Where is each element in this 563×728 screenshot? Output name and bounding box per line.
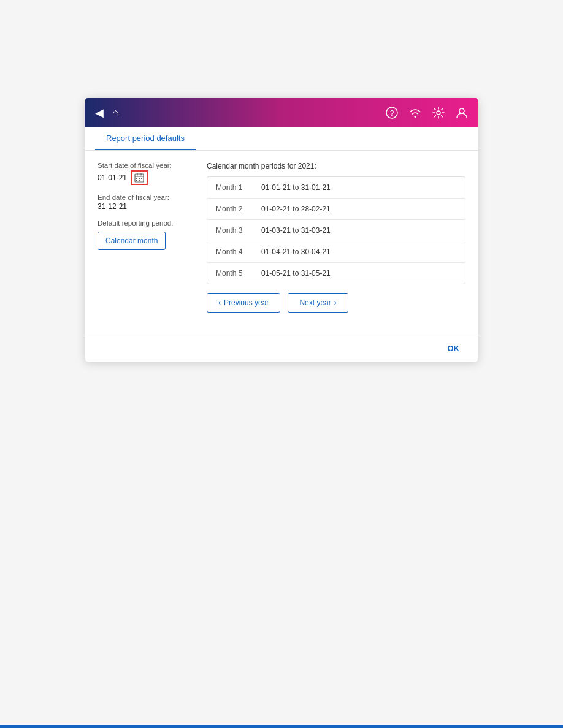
month-range: 01-02-21 to 28-02-21 (261, 205, 331, 213)
table-row: Month 501-05-21 to 31-05-21 (207, 263, 465, 284)
chevron-left-icon: ‹ (218, 298, 221, 307)
svg-point-3 (459, 108, 464, 113)
table-row: Month 101-01-21 to 31-01-21 (207, 177, 465, 199)
svg-rect-10 (141, 178, 142, 179)
tab-report-period[interactable]: Report period defaults (95, 127, 196, 150)
settings-icon[interactable] (432, 107, 445, 119)
svg-rect-8 (136, 178, 137, 179)
help-icon[interactable]: ? (386, 107, 398, 119)
next-year-label: Next year (299, 298, 331, 307)
month-range: 01-01-21 to 31-01-21 (261, 183, 331, 192)
table-row: Month 401-04-21 to 30-04-21 (207, 241, 465, 263)
wifi-icon[interactable] (409, 108, 421, 118)
nav-buttons: ‹ Previous year Next year › (207, 293, 465, 313)
table-row: Month 201-02-21 to 28-02-21 (207, 199, 465, 220)
content-area: Start date of fiscal year: 01-01-21 (85, 151, 478, 335)
right-panel: Calendar month periods for 2021: Month 1… (207, 162, 465, 324)
svg-rect-9 (139, 178, 140, 179)
dialog: ◀ ⌂ ? (85, 98, 478, 362)
month-name: Month 5 (216, 269, 253, 278)
months-table: Month 101-01-21 to 31-01-21Month 201-02-… (207, 176, 465, 284)
previous-year-button[interactable]: ‹ Previous year (207, 293, 280, 313)
month-name: Month 4 (216, 248, 253, 256)
svg-text:?: ? (390, 109, 394, 118)
end-date-value: 31-12-21 (98, 202, 196, 211)
previous-year-label: Previous year (224, 298, 269, 307)
start-date-text: 01-01-21 (98, 173, 127, 182)
ok-button[interactable]: OK (442, 341, 466, 355)
end-date-label: End date of fiscal year: (98, 194, 196, 201)
header-right: ? (386, 107, 468, 119)
footer: OK (85, 335, 478, 362)
bottom-line (0, 725, 563, 728)
header-left: ◀ ⌂ (95, 106, 119, 119)
calendar-title: Calendar month periods for 2021: (207, 162, 465, 170)
month-name: Month 2 (216, 205, 253, 213)
left-panel: Start date of fiscal year: 01-01-21 (98, 162, 196, 324)
month-range: 01-03-21 to 31-03-21 (261, 226, 331, 235)
svg-rect-11 (136, 180, 137, 181)
start-date-label: Start date of fiscal year: (98, 162, 196, 169)
tab-bar: Report period defaults (85, 127, 478, 151)
calendar-month-button[interactable]: Calendar month (98, 232, 166, 250)
next-year-button[interactable]: Next year › (288, 293, 348, 313)
month-range: 01-04-21 to 30-04-21 (261, 248, 331, 256)
svg-rect-12 (139, 180, 140, 181)
back-icon[interactable]: ◀ (95, 106, 104, 119)
chevron-right-icon: › (334, 298, 337, 307)
month-name: Month 3 (216, 226, 253, 235)
start-date-value: 01-01-21 (98, 170, 196, 185)
period-label: Default reporting period: (98, 219, 196, 227)
table-row: Month 301-03-21 to 31-03-21 (207, 220, 465, 241)
header-bar: ◀ ⌂ ? (85, 98, 478, 127)
end-date-text: 31-12-21 (98, 202, 127, 211)
calendar-icon-button[interactable] (131, 170, 148, 185)
month-range: 01-05-21 to 31-05-21 (261, 269, 331, 278)
user-icon[interactable] (456, 107, 468, 119)
home-icon[interactable]: ⌂ (112, 107, 119, 119)
svg-point-2 (437, 111, 440, 115)
month-name: Month 1 (216, 183, 253, 192)
